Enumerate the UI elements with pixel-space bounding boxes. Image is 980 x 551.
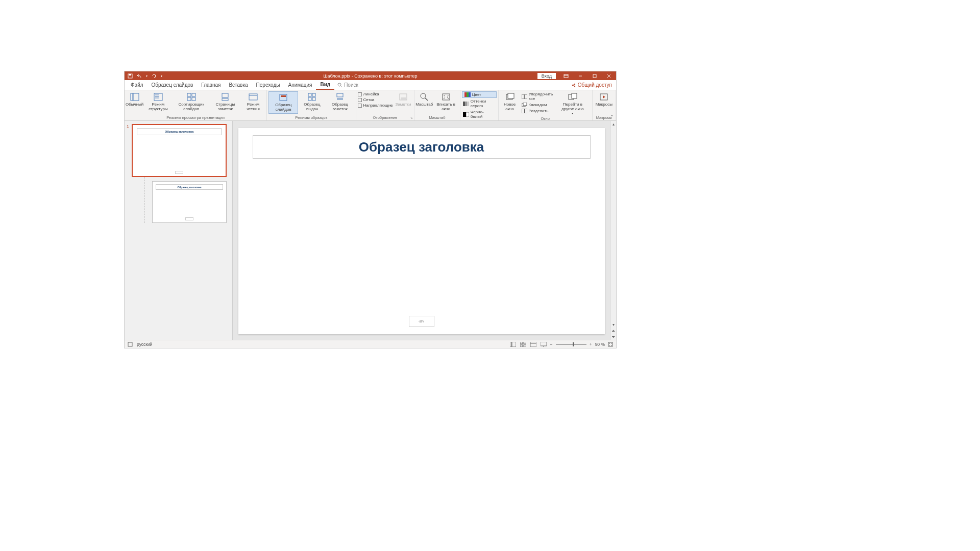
language-indicator[interactable]: русский — [137, 342, 153, 347]
prev-slide-icon[interactable]: ⏶ — [610, 328, 616, 334]
show-dialog-launcher-icon[interactable]: ↘ — [410, 116, 413, 120]
close-button[interactable] — [602, 71, 616, 80]
reading-view-button[interactable]: Режим чтения — [241, 91, 265, 113]
fit-to-window-status-icon[interactable] — [608, 342, 613, 347]
minimize-button[interactable] — [573, 71, 587, 80]
fit-window-button[interactable]: Вписать в окно — [433, 91, 458, 113]
grayscale-button[interactable]: Оттенки серого — [462, 98, 497, 109]
reading-view-status-icon[interactable] — [530, 341, 537, 347]
svg-rect-45 — [467, 92, 469, 97]
group-presentation-views: Обычный Режим структуры Сортировщик слай… — [125, 90, 267, 120]
search-icon — [337, 83, 342, 88]
svg-rect-66 — [512, 342, 516, 347]
slide-canvas[interactable]: Образец заголовка ‹#› — [238, 128, 605, 334]
svg-rect-34 — [312, 97, 315, 101]
app-window: ▾ ▾ Шаблон.pptx - Сохранено в: этот комп… — [124, 71, 617, 348]
thumbnail-number: 1 — [127, 124, 129, 129]
statusbar: русский − + 90 % — [125, 340, 616, 348]
svg-rect-25 — [222, 93, 228, 97]
undo-icon[interactable] — [137, 73, 142, 79]
sorter-view-button[interactable]: Сортировщик слайдов — [174, 91, 209, 113]
zoom-slider[interactable] — [556, 344, 586, 345]
slide-master-button[interactable]: Образец слайдов — [268, 91, 298, 114]
menu-home[interactable]: Главная — [197, 80, 225, 90]
arrange-icon — [522, 94, 527, 99]
sorter-view-status-icon[interactable] — [520, 341, 527, 347]
chevron-down-icon: ▾ — [572, 112, 573, 115]
menu-slide-master[interactable]: Образец слайдов — [148, 80, 198, 90]
title-placeholder[interactable]: Образец заголовка — [253, 135, 591, 159]
notes-master-icon — [335, 92, 345, 102]
slide-edit-area[interactable]: Образец заголовка ‹#› — [233, 121, 610, 340]
zoom-button[interactable]: Масштаб — [416, 91, 432, 108]
scroll-down-icon[interactable]: ▾ — [610, 321, 616, 328]
redo-icon[interactable] — [152, 73, 157, 79]
svg-rect-24 — [192, 97, 195, 101]
menu-animation[interactable]: Анимация — [284, 80, 316, 90]
zoom-level[interactable]: 90 % — [595, 342, 605, 347]
ribbon-collapse-icon[interactable]: ⌃ — [610, 114, 614, 119]
cascade-icon — [522, 103, 527, 107]
normal-view-button[interactable]: Обычный — [126, 91, 143, 108]
svg-rect-29 — [280, 94, 287, 101]
normal-view-status-icon[interactable] — [509, 341, 517, 347]
titlebar: ▾ ▾ Шаблон.pptx - Сохранено в: этот комп… — [125, 71, 616, 80]
switch-window-button[interactable]: Перейти в другое окно ▾ — [555, 91, 590, 116]
group-label-presentation-views: Режимы просмотра презентации — [126, 115, 265, 120]
cascade-button[interactable]: Каскадом — [521, 102, 554, 108]
ribbon: Обычный Режим структуры Сортировщик слай… — [125, 90, 616, 121]
search-box[interactable]: Поиск — [337, 82, 358, 88]
reading-view-icon — [249, 92, 258, 102]
sorter-view-icon — [187, 92, 196, 102]
new-window-icon — [505, 92, 514, 102]
split-button[interactable]: Разделить — [521, 108, 554, 114]
svg-rect-48 — [465, 102, 467, 106]
slideshow-status-icon[interactable] — [540, 341, 547, 347]
notes-page-button[interactable]: Страницы заметок — [210, 91, 240, 113]
color-button[interactable]: Цвет — [462, 91, 497, 98]
svg-rect-31 — [308, 93, 311, 96]
macros-button[interactable]: Макросы — [594, 91, 614, 108]
ruler-checkbox[interactable]: Линейка — [358, 91, 393, 97]
macros-icon — [599, 92, 608, 102]
layout-thumbnail[interactable]: Образец заголовка — [152, 181, 227, 223]
pagenum-placeholder[interactable]: ‹#› — [409, 316, 434, 327]
master-thumbnail[interactable]: Образец заголовка — [132, 124, 227, 177]
scroll-up-icon[interactable]: ▴ — [610, 121, 616, 127]
layout-thumbnail-wrap[interactable]: Образец заголовка — [128, 181, 229, 223]
notes-master-button[interactable]: Образец заметок — [326, 91, 354, 113]
svg-rect-23 — [187, 97, 191, 101]
undo-dropdown-icon[interactable]: ▾ — [146, 74, 148, 78]
grid-checkbox[interactable]: Сетка — [358, 97, 393, 103]
vertical-scrollbar[interactable]: ▴ ▾ ⏶ ⏷ — [610, 121, 616, 340]
ribbon-display-icon[interactable] — [559, 71, 573, 80]
arrange-all-button[interactable]: Упорядочить все — [521, 91, 554, 102]
login-button[interactable]: Вход — [537, 73, 556, 79]
qat-customize-icon[interactable]: ▾ — [161, 74, 162, 78]
filename: Шаблон.pptx — [323, 73, 350, 79]
svg-rect-15 — [131, 93, 133, 101]
menu-transitions[interactable]: Переходы — [252, 80, 284, 90]
handout-master-button[interactable]: Образец выдач — [299, 91, 325, 113]
slide-master-icon — [279, 93, 288, 102]
svg-rect-43 — [443, 94, 450, 100]
zoom-in-button[interactable]: + — [590, 342, 592, 347]
menu-view[interactable]: Вид — [316, 80, 334, 90]
svg-rect-73 — [541, 342, 547, 346]
menu-file[interactable]: Файл — [127, 80, 148, 90]
accessibility-icon[interactable] — [128, 342, 133, 347]
menu-insert[interactable]: Вставка — [225, 80, 252, 90]
zoom-slider-thumb[interactable] — [573, 342, 574, 346]
svg-marker-63 — [603, 95, 605, 98]
outline-view-button[interactable]: Режим структуры — [144, 91, 172, 113]
bw-button[interactable]: Черно-белый — [462, 109, 497, 119]
next-slide-icon[interactable]: ⏷ — [610, 334, 616, 340]
svg-rect-47 — [463, 102, 465, 106]
maximize-button[interactable] — [587, 71, 602, 80]
master-thumbnail-wrap[interactable]: 1 Образец заголовка — [128, 124, 229, 177]
guides-checkbox[interactable]: Направляющие — [358, 103, 393, 108]
zoom-out-button[interactable]: − — [550, 342, 553, 347]
share-button[interactable]: Общий доступ — [571, 82, 612, 88]
save-icon[interactable] — [128, 73, 133, 79]
new-window-button[interactable]: Новое окно — [500, 91, 520, 113]
